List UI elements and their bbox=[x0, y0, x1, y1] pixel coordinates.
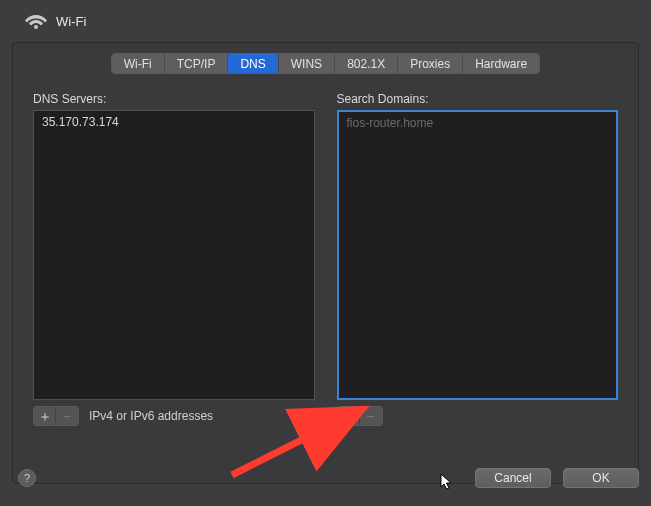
search-domains-list[interactable]: fios-router.home bbox=[337, 110, 619, 400]
list-item: fios-router.home bbox=[339, 115, 617, 131]
dns-helper-text: IPv4 or IPv6 addresses bbox=[89, 409, 213, 423]
dns-servers-label: DNS Servers: bbox=[33, 92, 315, 106]
columns: DNS Servers: 35.170.73.174 ＋ − IPv4 or I… bbox=[13, 92, 638, 426]
list-item[interactable]: 35.170.73.174 bbox=[34, 114, 314, 130]
titlebar: Wi-Fi bbox=[0, 0, 651, 42]
minus-icon: − bbox=[63, 409, 71, 423]
search-domains-label: Search Domains: bbox=[337, 92, 619, 106]
search-below-row: ＋ − bbox=[337, 406, 619, 426]
search-domains-column: Search Domains: fios-router.home ＋ − bbox=[337, 92, 619, 426]
minus-icon: − bbox=[366, 409, 374, 423]
footer-buttons: Cancel OK bbox=[475, 468, 639, 488]
content-frame: Wi-Fi TCP/IP DNS WINS 802.1X Proxies Har… bbox=[12, 42, 639, 484]
dns-remove-button[interactable]: − bbox=[56, 407, 78, 425]
tab-proxies[interactable]: Proxies bbox=[398, 54, 463, 73]
search-add-button[interactable]: ＋ bbox=[338, 407, 360, 425]
tab-wins[interactable]: WINS bbox=[279, 54, 335, 73]
cancel-button[interactable]: Cancel bbox=[475, 468, 551, 488]
plus-icon: ＋ bbox=[341, 409, 355, 423]
help-icon: ? bbox=[24, 472, 30, 484]
dns-add-remove: ＋ − bbox=[33, 406, 79, 426]
tab-tcpip[interactable]: TCP/IP bbox=[165, 54, 229, 73]
plus-icon: ＋ bbox=[38, 409, 52, 423]
ok-button[interactable]: OK bbox=[563, 468, 639, 488]
tab-row: Wi-Fi TCP/IP DNS WINS 802.1X Proxies Har… bbox=[13, 43, 638, 74]
dns-add-button[interactable]: ＋ bbox=[34, 407, 56, 425]
footer: ? Cancel OK bbox=[0, 468, 639, 488]
tab-wifi[interactable]: Wi-Fi bbox=[112, 54, 165, 73]
dns-column: DNS Servers: 35.170.73.174 ＋ − IPv4 or I… bbox=[33, 92, 315, 426]
help-button[interactable]: ? bbox=[18, 469, 36, 487]
dns-servers-list[interactable]: 35.170.73.174 bbox=[33, 110, 315, 400]
tab-8021x[interactable]: 802.1X bbox=[335, 54, 398, 73]
tab-hardware[interactable]: Hardware bbox=[463, 54, 539, 73]
window-title: Wi-Fi bbox=[56, 14, 86, 29]
svg-point-0 bbox=[34, 25, 38, 29]
search-add-remove: ＋ − bbox=[337, 406, 383, 426]
tab-dns[interactable]: DNS bbox=[228, 54, 278, 73]
wifi-icon bbox=[24, 12, 46, 30]
segmented-tabs: Wi-Fi TCP/IP DNS WINS 802.1X Proxies Har… bbox=[111, 53, 540, 74]
dns-below-row: ＋ − IPv4 or IPv6 addresses bbox=[33, 406, 315, 426]
search-remove-button[interactable]: − bbox=[360, 407, 382, 425]
